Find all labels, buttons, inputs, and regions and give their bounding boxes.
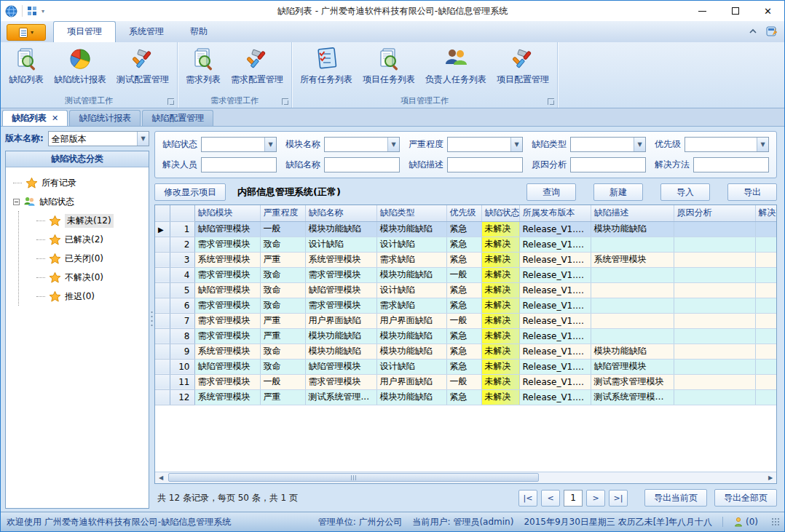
collapse-node-icon[interactable] xyxy=(13,199,20,205)
cell-缺陷状态[interactable]: 未解决 xyxy=(481,221,519,237)
cell-所属发布版本[interactable]: Release_V1.2.0 xyxy=(519,237,591,252)
new-button[interactable]: 新建 xyxy=(593,183,643,201)
ribbon-button-项目任务列表[interactable]: 项目任务列表 xyxy=(358,45,420,87)
ribbon-button-需求配置管理[interactable]: 需求配置管理 xyxy=(226,45,288,87)
cell-缺陷名称[interactable]: 模块功能缺陷 xyxy=(305,221,376,237)
close-tab-icon[interactable]: ✕ xyxy=(52,114,58,123)
ribbon-button-项目配置管理[interactable]: 项目配置管理 xyxy=(492,45,554,87)
cell-解决方法[interactable] xyxy=(755,282,777,298)
cell-缺陷模块[interactable]: 缺陷管理模块 xyxy=(194,359,260,374)
cell-原因分析[interactable] xyxy=(674,389,755,405)
column-header-原因分析[interactable]: 原因分析 xyxy=(674,205,755,221)
export-all-pages-button[interactable]: 导出全部页 xyxy=(714,489,777,507)
table-row[interactable]: 12系统管理模块严重测试系统管理...模块功能缺陷紧急未解决Release_V1… xyxy=(155,389,777,405)
ribbon-tab-项目管理[interactable]: 项目管理 xyxy=(53,21,116,42)
cell-缺陷描述[interactable] xyxy=(591,328,674,344)
filter-input-缺陷名称[interactable] xyxy=(324,157,400,172)
cell-缺陷名称[interactable]: 系统管理模块 xyxy=(305,252,376,267)
table-row[interactable]: 11需求管理模块一般需求管理模块用户界面缺陷一般未解决Release_V1.1.… xyxy=(155,374,777,389)
cell-原因分析[interactable] xyxy=(674,237,755,252)
splitter-handle[interactable] xyxy=(149,127,154,512)
dialog-launcher-icon[interactable] xyxy=(282,98,288,105)
table-row[interactable]: 10缺陷管理模块致命缺陷管理模块设计缺陷紧急未解决Release_V1.0.0缺… xyxy=(155,359,777,374)
cell-所属发布版本[interactable]: Release_V1.0.0 xyxy=(519,328,591,344)
cell-优先级[interactable]: 紧急 xyxy=(446,237,481,252)
cell-优先级[interactable]: 一般 xyxy=(446,313,481,328)
cell-缺陷状态[interactable]: 未解决 xyxy=(481,359,519,374)
cell-缺陷类型[interactable]: 设计缺陷 xyxy=(376,282,446,298)
cell-缺陷描述[interactable]: 测试需求管理模块 xyxy=(591,374,674,389)
cell-所属发布版本[interactable]: Release_V1.2.0 xyxy=(519,221,591,237)
scroll-left-icon[interactable]: ◀ xyxy=(155,472,167,483)
cell-所属发布版本[interactable]: Release_V1.1.0 xyxy=(519,374,591,389)
cell-缺陷模块[interactable]: 系统管理模块 xyxy=(194,252,260,267)
doc-tab-缺陷配置管理[interactable]: 缺陷配置管理 xyxy=(142,110,213,126)
cell-缺陷模块[interactable]: 系统管理模块 xyxy=(194,389,260,405)
tree-item-已解决(2)[interactable]: 已解决(2) xyxy=(36,230,147,249)
row-selector[interactable] xyxy=(155,344,170,359)
filter-input-原因分析[interactable] xyxy=(570,157,646,172)
cell-缺陷名称[interactable]: 缺陷管理模块 xyxy=(305,282,376,298)
cell-缺陷状态[interactable]: 未解决 xyxy=(481,298,519,313)
column-header-解决方法[interactable]: 解决方法 xyxy=(755,205,777,221)
cell-所属发布版本[interactable]: Release_V1.0.0 xyxy=(519,282,591,298)
help-icon[interactable] xyxy=(766,25,778,37)
ribbon-button-所有任务列表[interactable]: 所有任务列表 xyxy=(295,45,358,87)
chevron-down-icon[interactable]: ▼ xyxy=(137,132,149,146)
cell-缺陷名称[interactable]: 需求管理模块 xyxy=(305,267,376,282)
cell-缺陷模块[interactable]: 需求管理模块 xyxy=(194,374,260,389)
row-selector[interactable] xyxy=(155,237,170,252)
cell-缺陷类型[interactable]: 需求缺陷 xyxy=(376,298,446,313)
cell-缺陷名称[interactable]: 测试系统管理... xyxy=(305,389,376,405)
dialog-launcher-icon[interactable] xyxy=(548,98,554,105)
cell-解决方法[interactable] xyxy=(755,267,777,282)
cell-缺陷类型[interactable]: 设计缺陷 xyxy=(376,237,446,252)
cell-解决方法[interactable] xyxy=(755,237,777,252)
cell-缺陷模块[interactable]: 需求管理模块 xyxy=(194,313,260,328)
cell-严重程度[interactable]: 致命 xyxy=(260,298,305,313)
cell-原因分析[interactable] xyxy=(674,359,755,374)
cell-缺陷名称[interactable]: 需求管理模块 xyxy=(305,298,376,313)
resize-grip-icon[interactable] xyxy=(771,517,780,526)
cell-缺陷状态[interactable]: 未解决 xyxy=(481,252,519,267)
cell-原因分析[interactable] xyxy=(674,252,755,267)
cell-优先级[interactable]: 紧急 xyxy=(446,298,481,313)
chevron-down-icon[interactable]: ▼ xyxy=(387,138,399,151)
cell-缺陷状态[interactable]: 未解决 xyxy=(481,237,519,252)
cell-原因分析[interactable] xyxy=(674,221,755,237)
cell-解决方法[interactable] xyxy=(755,313,777,328)
cell-缺陷模块[interactable]: 需求管理模块 xyxy=(194,298,260,313)
ribbon-tab-系统管理[interactable]: 系统管理 xyxy=(116,22,177,42)
cell-缺陷模块[interactable]: 系统管理模块 xyxy=(194,344,260,359)
cell-缺陷名称[interactable]: 缺陷管理模块 xyxy=(305,359,376,374)
cell-优先级[interactable]: 紧急 xyxy=(446,389,481,405)
cell-缺陷名称[interactable]: 用户界面缺陷 xyxy=(305,313,376,328)
cell-所属发布版本[interactable]: Release_V1.1.0 xyxy=(519,298,591,313)
cell-缺陷类型[interactable]: 模块功能缺陷 xyxy=(376,328,446,344)
filter-combobox-缺陷状态[interactable]: ▼ xyxy=(201,137,277,152)
close-button[interactable]: ✕ xyxy=(752,1,784,21)
cell-所属发布版本[interactable]: Release_V1.0.0 xyxy=(519,344,591,359)
cell-缺陷描述[interactable] xyxy=(591,237,674,252)
cell-缺陷名称[interactable]: 设计缺陷 xyxy=(305,237,376,252)
cell-优先级[interactable]: 紧急 xyxy=(446,221,481,237)
chevron-down-icon[interactable]: ▼ xyxy=(510,138,522,151)
cell-缺陷描述[interactable]: 模块功能缺陷 xyxy=(591,221,674,237)
row-selector[interactable] xyxy=(155,328,170,344)
doc-tab-缺陷列表[interactable]: 缺陷列表✕ xyxy=(2,110,68,126)
export-current-page-button[interactable]: 导出当前页 xyxy=(644,489,707,507)
cell-缺陷类型[interactable]: 用户界面缺陷 xyxy=(376,313,446,328)
cell-解决方法[interactable] xyxy=(755,359,777,374)
import-button[interactable]: 导入 xyxy=(660,183,710,201)
scroll-right-icon[interactable]: ▶ xyxy=(765,472,776,483)
cell-原因分析[interactable] xyxy=(674,313,755,328)
ribbon-tab-帮助[interactable]: 帮助 xyxy=(177,22,221,42)
cell-优先级[interactable]: 紧急 xyxy=(446,252,481,267)
cell-缺陷类型[interactable]: 模块功能缺陷 xyxy=(376,267,446,282)
cell-严重程度[interactable]: 致命 xyxy=(260,359,305,374)
ribbon-button-缺陷统计报表[interactable]: 缺陷统计报表 xyxy=(49,45,111,87)
prev-page-button[interactable]: < xyxy=(541,490,560,507)
cell-缺陷模块[interactable]: 需求管理模块 xyxy=(194,328,260,344)
cell-解决方法[interactable] xyxy=(755,389,777,405)
filter-combobox-优先级[interactable]: ▼ xyxy=(685,137,769,152)
